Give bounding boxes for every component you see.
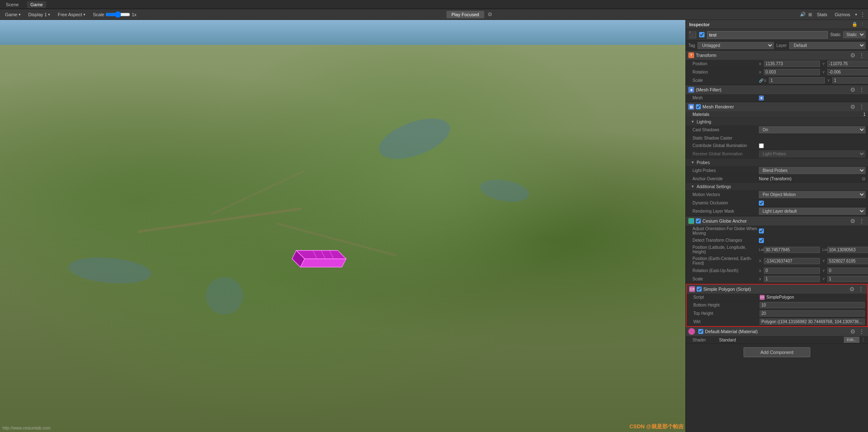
tag-dropdown[interactable]: Untagged [697, 42, 774, 49]
go-name-input[interactable] [707, 31, 828, 39]
bottom-height-input[interactable] [760, 302, 865, 308]
chevron-icon: ▾ [48, 12, 50, 17]
top-tab-bar: Scene Game [0, 0, 868, 9]
toolbar-right: 🔊 ▦ Stats Gizmos ▾ ⋮ [800, 11, 866, 18]
material-header[interactable]: Default-Material (Material) ⚙ ⋮ [686, 327, 868, 336]
simple-polygon-checkbox[interactable] [697, 287, 702, 292]
go-active-checkbox[interactable] [699, 32, 705, 37]
game-view[interactable]: http://www.cesiumlab.com CSDN @就是那个帕吉 [0, 20, 685, 432]
stats-label[interactable]: Stats [814, 11, 830, 18]
rendering-layer-label: Rendering Layer Mask [692, 209, 759, 214]
ecef-y-input[interactable] [827, 258, 868, 264]
settings-icon[interactable]: ⚙ [849, 86, 856, 93]
gs-y-field: Y [822, 276, 868, 282]
mesh-filter-header[interactable]: ◈ (Mesh Filter) ⚙ ⋮ [686, 85, 868, 94]
static-label: Static [830, 32, 841, 37]
script-row: Script C# SimplePolygon [687, 294, 867, 301]
inspector-title: Inspector [689, 22, 710, 27]
detect-changes-checkbox[interactable] [759, 238, 764, 243]
mesh-renderer-name: Mesh Renderer [702, 104, 848, 109]
receive-gi-row: Receive Global Illumination Light Probes [686, 150, 868, 159]
detect-changes-label: Detect Transform Changes [692, 238, 759, 243]
lock-icon[interactable]: 🔒 [852, 22, 858, 27]
watermark: CSDN @就是那个帕吉 [629, 423, 684, 430]
top-height-input[interactable] [760, 310, 865, 317]
layer-dropdown[interactable]: Default [789, 42, 866, 49]
enu-y-input[interactable] [827, 268, 868, 274]
simple-polygon-header[interactable]: C# Simple Polygon (Script) ⚙ ⋮ [687, 285, 867, 294]
anchor-override-value: None (Transform) [759, 177, 862, 181]
settings-icon[interactable]: ⚙ [849, 218, 856, 224]
display-selector[interactable]: Display 1 ▾ [26, 11, 53, 18]
globe-anchor-header[interactable]: 🌐 Cesium Globe Anchor ⚙ ⋮ [686, 216, 868, 226]
dynamic-occlusion-checkbox[interactable] [759, 201, 764, 206]
adjust-orientation-checkbox[interactable] [759, 228, 764, 233]
rendering-layer-dropdown[interactable]: Light Layer default [759, 208, 866, 215]
mesh-renderer-header[interactable]: ▦ Mesh Renderer ⚙ ⋮ [686, 102, 868, 111]
gizmos-label[interactable]: Gizmos [832, 11, 853, 18]
more-icon[interactable]: ⋮ [857, 286, 865, 292]
tab-scene[interactable]: Scene [2, 1, 22, 8]
scale-selector[interactable]: Scale 1x [90, 11, 139, 18]
globe-scale-row: Scale X Y Z [686, 275, 868, 283]
lon-input[interactable] [827, 247, 868, 253]
gs-y-input[interactable] [827, 276, 868, 282]
transform-header[interactable]: T Transform ⚙ ⋮ [686, 51, 868, 60]
rotation-label: Rotation [692, 70, 759, 74]
position-row: Position X Y Z [686, 60, 868, 68]
more-icon[interactable]: ⋮ [861, 337, 866, 343]
light-probes-dropdown[interactable]: Blend Probes [759, 167, 866, 174]
anchor-link-icon[interactable]: ⊙ [862, 176, 866, 182]
scale-label: Scale [692, 78, 759, 83]
contribute-gi-checkbox[interactable] [759, 143, 764, 148]
bottom-url: http://www.cesiumlab.com [2, 426, 51, 430]
enu-x-input[interactable] [764, 268, 820, 274]
road-1 [138, 208, 302, 233]
rotation-x-input[interactable] [764, 69, 820, 75]
x-label: X [759, 259, 763, 263]
contribute-gi-row: Contribute Global Illumination [686, 142, 868, 150]
inspector-panel: Inspector 🔒 ⋮ ⬛ Static Static Tag [685, 20, 868, 432]
aspect-selector[interactable]: Free Aspect ▾ [55, 11, 88, 18]
tab-game[interactable]: Game [27, 1, 46, 8]
settings-icon[interactable]: ⚙ [849, 52, 856, 59]
transform-name: Transform [696, 53, 848, 58]
static-dropdown[interactable]: Static [843, 31, 866, 38]
ecef-x-input[interactable] [764, 258, 820, 264]
globe-anchor-name: Cesium Globe Anchor [702, 218, 848, 223]
mesh-renderer-checkbox[interactable] [696, 104, 701, 109]
more-icon[interactable]: ⋮ [858, 52, 866, 59]
receive-gi-dropdown[interactable]: Light Probes [759, 150, 866, 157]
materials-row: Materials 1 [686, 111, 868, 118]
scale-y-input[interactable] [832, 77, 868, 83]
more-icon[interactable]: ⋮ [860, 22, 865, 27]
settings-icon[interactable]: ⚙ [848, 286, 856, 292]
settings-icon[interactable]: ⚙ [849, 103, 856, 110]
scale-x-input[interactable] [769, 77, 825, 83]
more-icon[interactable]: ⋮ [858, 103, 866, 110]
settings-icon[interactable]: ⚙ [849, 328, 856, 335]
scale-slider[interactable] [105, 12, 130, 17]
motion-vectors-dropdown[interactable]: Per Object Motion [759, 191, 866, 198]
position-x-input[interactable] [764, 61, 820, 67]
rotation-enu-row: Rotation (East-Up-North) X Y Z [686, 267, 868, 275]
mesh-renderer-icon: ▦ [688, 104, 694, 110]
material-checkbox[interactable] [698, 329, 703, 334]
gs-x-input[interactable] [764, 276, 820, 282]
rotation-y-input[interactable] [827, 69, 868, 75]
edit-button[interactable]: Edit... [844, 337, 859, 343]
position-y-input[interactable] [827, 61, 868, 67]
play-button[interactable]: Play Focused [446, 11, 484, 18]
add-component-button[interactable]: Add Component [744, 347, 811, 357]
more-icon[interactable]: ⋮ [858, 86, 866, 93]
additional-section-header[interactable]: ▼ Additional Settings [686, 183, 868, 190]
globe-anchor-checkbox[interactable] [696, 218, 701, 223]
more-icon[interactable]: ⋮ [858, 328, 866, 335]
lat-input[interactable] [764, 247, 820, 253]
more-icon[interactable]: ⋮ [858, 218, 866, 224]
light-probes-row: Light Probes Blend Probes [686, 166, 868, 175]
more-icon[interactable]: ⋮ [860, 11, 866, 18]
probes-section-header[interactable]: ▼ Probes [686, 159, 868, 166]
lighting-section-header[interactable]: ▼ Lighting [686, 118, 868, 125]
cast-shadows-dropdown[interactable]: On [759, 126, 866, 133]
